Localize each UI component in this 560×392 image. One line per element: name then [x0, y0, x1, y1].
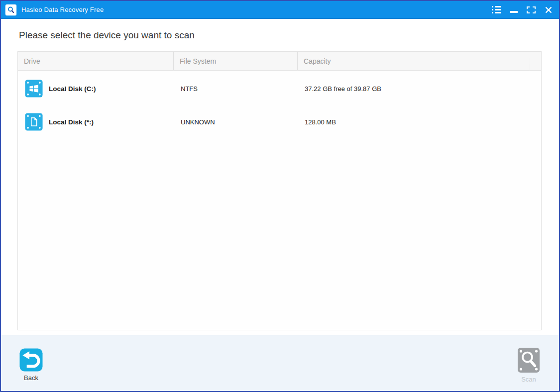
app-logo-icon: [5, 4, 16, 15]
file-system-value: NTFS: [174, 85, 298, 93]
menu-list-icon[interactable]: [490, 3, 503, 16]
scan-button-label: Scan: [521, 376, 536, 383]
unknown-partition-icon: [24, 112, 43, 131]
drive-name: Local Disk (*:): [49, 118, 94, 126]
close-icon[interactable]: [542, 3, 555, 16]
capacity-value: 128.00 MB: [298, 118, 530, 126]
file-system-value: UNKNOWN: [174, 118, 298, 126]
window-controls: [490, 1, 555, 18]
back-arrow-icon: [19, 348, 43, 372]
minimize-icon[interactable]: [507, 3, 520, 16]
page-title: Please select the device you want to sca…: [19, 30, 195, 41]
drive-name: Local Disk (C:): [49, 85, 96, 93]
scan-button-disabled[interactable]: Scan: [517, 347, 540, 383]
back-button[interactable]: Back: [19, 348, 43, 382]
windows-drive-icon: [24, 79, 43, 98]
footer-bar: Back Scan: [1, 335, 559, 391]
title-bar: Hasleo Data Recovery Free: [1, 1, 559, 19]
scan-magnifier-icon: [517, 347, 540, 373]
window-title: Hasleo Data Recovery Free: [21, 6, 104, 13]
maximize-icon[interactable]: [525, 3, 538, 16]
column-header-capacity: Capacity: [298, 52, 530, 70]
hasleo-window: { "window": { "title": "Hasleo Data Reco…: [0, 0, 560, 392]
column-header-file-system: File System: [174, 52, 298, 70]
table-row-local-disk-c[interactable]: Local Disk (C:) NTFS 37.22 GB free of 39…: [18, 73, 541, 104]
column-header-drive: Drive: [18, 52, 174, 70]
capacity-value: 37.22 GB free of 39.87 GB: [298, 85, 530, 93]
device-table: Drive File System Capacity Local Disk (C…: [17, 51, 542, 330]
back-button-label: Back: [24, 374, 38, 382]
table-row-local-disk-unknown[interactable]: Local Disk (*:) UNKNOWN 128.00 MB: [18, 106, 541, 137]
table-header: Drive File System Capacity: [18, 52, 541, 71]
